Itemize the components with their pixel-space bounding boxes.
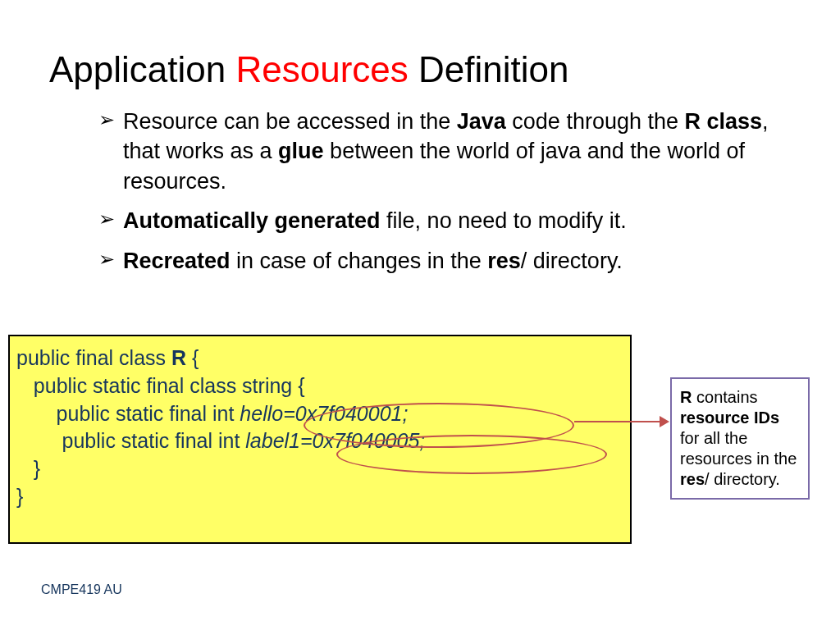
code-line-1: public final class R { [16,345,623,372]
bullet-item-1: Resource can be accessed in the Java cod… [98,107,791,196]
bullet-list: Resource can be accessed in the Java cod… [49,107,791,276]
callout-ellipse-2 [336,435,607,474]
arrow-line [574,421,663,422]
slide: Application Resources Definition Resourc… [0,0,840,630]
title-highlight: Resources [235,49,408,89]
side-note: R contains resource IDs for all the reso… [670,377,810,500]
slide-title: Application Resources Definition [49,49,791,90]
footer-text: CMPE419 AU [41,582,122,597]
bullet-item-3: Recreated in case of changes in the res/… [98,246,791,276]
bullet-item-2: Automatically generated file, no need to… [98,206,791,235]
code-line-2: public static final class string { [16,372,623,400]
title-part1: Application [49,49,235,89]
title-part3: Definition [409,49,569,89]
code-line-6: } [16,483,623,511]
arrow-head-icon [660,416,669,427]
